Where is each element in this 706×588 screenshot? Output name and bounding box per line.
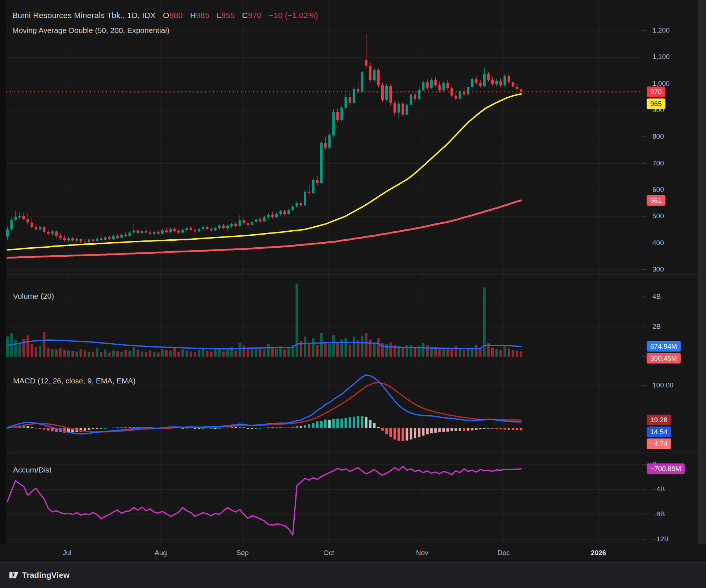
footer-bar: TradingView — [0, 562, 706, 588]
time-axis-label-jul: Jul — [63, 549, 71, 557]
accum-dist-pane-canvas[interactable] — [0, 453, 641, 544]
tradingview-logo-icon — [9, 570, 19, 580]
axis-label: −8B — [652, 510, 665, 518]
axis-badge: 350.45M — [647, 353, 681, 364]
axis-label: 300 — [652, 265, 664, 273]
tradingview-logo[interactable]: TradingView — [9, 570, 70, 580]
pane-divider[interactable] — [0, 453, 698, 453]
axis-badge: −700.89M — [647, 463, 685, 474]
volume-pane-canvas[interactable] — [0, 274, 641, 364]
tradingview-logo-text: TradingView — [22, 571, 70, 580]
axis-badge: 970 — [647, 87, 665, 97]
left-edge-strip — [0, 0, 6, 562]
axis-label: 400 — [652, 239, 664, 247]
axis-badge: 965 — [647, 98, 665, 109]
price-pane-canvas[interactable] — [0, 0, 641, 274]
axis-label: 4B — [652, 293, 661, 301]
axis-label: 800 — [652, 133, 664, 140]
axis-badge: 561 — [647, 195, 665, 206]
macd-pane-title: MACD (12, 26, close, 9, EMA, EMA) — [13, 377, 135, 385]
axis-label: 700 — [652, 159, 664, 167]
axis-label: 2B — [652, 323, 661, 331]
axis-badge: 19.28 — [647, 415, 671, 425]
time-axis-label-2026: 2026 — [591, 549, 606, 557]
accum-dist-pane-title: Accum/Dist — [13, 466, 51, 474]
right-edge-strip — [698, 0, 706, 562]
time-axis-label-oct: Oct — [323, 549, 334, 557]
axis-badge: 674.94M — [647, 341, 681, 352]
time-axis[interactable]: JulAugSepOctNovDec2026 — [0, 544, 706, 563]
volume-pane-title: Volume (20) — [13, 292, 54, 301]
axis-label: 600 — [652, 186, 664, 194]
time-axis-label-dec: Dec — [497, 549, 510, 557]
pane-divider[interactable] — [0, 274, 698, 275]
axis-badge: 14.54 — [647, 427, 671, 437]
axis-label: 100.00 — [652, 381, 673, 389]
time-axis-label-nov: Nov — [416, 549, 428, 557]
axis-badge: −4.74 — [647, 438, 671, 449]
tradingview-chart-window: 1,2001,1001,0009008007006005004003009709… — [0, 0, 706, 588]
axis-label: 1,200 — [652, 26, 670, 34]
price-axis[interactable]: 1,2001,1001,0009008007006005004003009709… — [641, 0, 698, 562]
pane-divider[interactable] — [0, 364, 698, 364]
axis-label: 500 — [652, 212, 664, 220]
axis-label: −4B — [652, 485, 665, 493]
time-axis-label-sep: Sep — [236, 549, 249, 557]
time-axis-label-aug: Aug — [155, 549, 167, 557]
axis-label: −12B — [652, 535, 669, 543]
axis-label: 1,100 — [652, 53, 670, 61]
